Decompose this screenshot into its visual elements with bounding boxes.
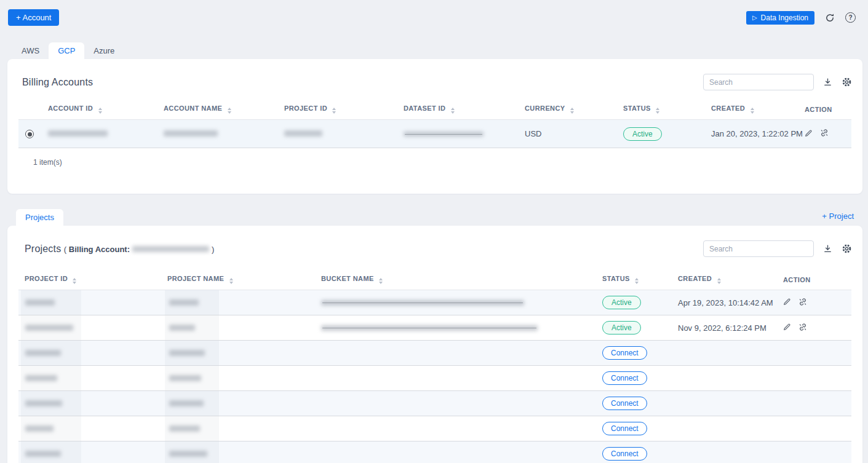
column-header-created[interactable]: CREATED <box>706 99 800 120</box>
redacted-text <box>165 416 219 441</box>
sort-icon[interactable] <box>570 108 574 114</box>
project-row: Connect <box>18 366 851 391</box>
redacted-text <box>165 441 219 463</box>
redacted-text <box>165 366 219 390</box>
tab-projects[interactable]: Projects <box>16 209 63 226</box>
redacted-text <box>21 366 81 390</box>
redacted-text <box>21 290 81 315</box>
billing-header-row: ACCOUNT ID ACCOUNT NAME PROJECT ID DATAS… <box>18 99 851 120</box>
project-row: Connect <box>18 341 851 366</box>
radio-column-header <box>18 99 43 120</box>
created-cell <box>673 366 778 391</box>
column-header-project-id[interactable]: PROJECT ID <box>279 99 399 120</box>
bucket-name-redacted <box>321 300 524 306</box>
sort-icon[interactable] <box>229 278 233 284</box>
status-badge: Active <box>602 296 641 309</box>
tab-azure[interactable]: Azure <box>84 42 124 59</box>
column-header-dataset-id[interactable]: DATASET ID <box>399 99 520 120</box>
connect-button[interactable]: Connect <box>602 397 647 410</box>
created-cell <box>673 416 778 441</box>
billing-accounts-card: Billing Accounts ACCOUNT ID ACCOUNT NAME… <box>7 59 862 194</box>
sort-icon[interactable] <box>73 278 76 284</box>
data-ingestion-button[interactable]: ▷ Data Ingestion <box>746 11 814 25</box>
column-header-account-name[interactable]: ACCOUNT NAME <box>159 99 279 120</box>
settings-gear-icon[interactable] <box>842 243 852 254</box>
tab-aws[interactable]: AWS <box>12 42 49 59</box>
billing-account-row: USD Active Jan 20, 2023, 1:22:02 PM <box>18 120 851 148</box>
sort-icon[interactable] <box>332 108 336 114</box>
refresh-icon[interactable] <box>825 13 835 23</box>
column-header-action: ACTION <box>778 269 851 290</box>
status-badge: Active <box>623 127 662 141</box>
column-header-project-name[interactable]: PROJECT NAME <box>162 269 316 290</box>
column-header-status[interactable]: STATUS <box>618 99 706 120</box>
sort-icon[interactable] <box>98 108 102 114</box>
redacted-text <box>21 441 81 463</box>
column-header-created[interactable]: CREATED <box>673 269 778 290</box>
connect-button[interactable]: Connect <box>602 346 647 360</box>
billing-search-input[interactable] <box>703 74 814 90</box>
connect-button[interactable]: Connect <box>602 371 647 385</box>
row-actions <box>783 323 807 331</box>
add-account-button[interactable]: + Account <box>8 9 59 26</box>
redacted-text <box>165 290 219 315</box>
unlink-icon[interactable] <box>820 129 829 137</box>
top-bar-right: ▷ Data Ingestion ? <box>746 11 856 25</box>
unlink-icon[interactable] <box>798 298 807 306</box>
edit-icon[interactable] <box>783 323 791 331</box>
column-header-account-id[interactable]: ACCOUNT ID <box>43 99 159 120</box>
download-icon[interactable] <box>823 77 832 87</box>
redacted-text <box>21 315 81 340</box>
item-count: 1 item(s) <box>33 158 862 179</box>
edit-icon[interactable] <box>783 298 791 306</box>
project-row: Connect <box>18 391 851 416</box>
projects-search-input[interactable] <box>703 240 814 257</box>
currency-cell: USD <box>520 120 618 148</box>
created-cell: Jan 20, 2023, 1:22:02 PM <box>706 120 800 148</box>
help-icon[interactable]: ? <box>845 12 856 23</box>
projects-table: PROJECT ID PROJECT NAME BUCKET NAME STAT… <box>18 269 851 463</box>
download-icon[interactable] <box>823 244 832 253</box>
projects-heading: Projects ( Billing Account: ) <box>25 243 214 255</box>
created-cell: Apr 19, 2023, 10:14:42 AM <box>673 290 778 315</box>
edit-icon[interactable] <box>805 129 813 137</box>
sort-icon[interactable] <box>656 108 659 114</box>
cloud-tabs: AWS GCP Azure <box>12 42 868 59</box>
connect-button[interactable]: Connect <box>602 447 647 461</box>
billing-account-redacted <box>132 246 209 252</box>
sort-icon[interactable] <box>228 108 231 114</box>
projects-header-row: PROJECT ID PROJECT NAME BUCKET NAME STAT… <box>18 269 851 290</box>
redacted-text <box>165 315 219 340</box>
billing-accounts-table: ACCOUNT ID ACCOUNT NAME PROJECT ID DATAS… <box>18 99 851 148</box>
column-header-project-id[interactable]: PROJECT ID <box>18 269 162 290</box>
connect-button[interactable]: Connect <box>602 422 647 435</box>
row-actions <box>805 129 829 137</box>
sort-icon[interactable] <box>379 278 383 284</box>
dataset-id-redacted <box>399 120 520 148</box>
tab-gcp[interactable]: GCP <box>49 42 84 59</box>
add-project-button[interactable]: + Project <box>822 208 862 226</box>
created-cell <box>673 391 778 416</box>
sort-icon[interactable] <box>717 278 721 284</box>
column-header-action: ACTION <box>800 99 851 120</box>
column-header-currency[interactable]: CURRENCY <box>520 99 618 120</box>
column-header-status[interactable]: STATUS <box>597 269 673 290</box>
projects-tab-bar: Projects + Project <box>16 208 862 226</box>
billing-accounts-title: Billing Accounts <box>22 77 93 88</box>
top-bar: + Account ▷ Data Ingestion ? <box>0 0 868 26</box>
redacted-text <box>21 341 81 365</box>
sort-icon[interactable] <box>751 108 754 114</box>
sort-icon[interactable] <box>451 108 455 114</box>
status-badge: Active <box>602 321 641 334</box>
unlink-icon[interactable] <box>798 323 807 331</box>
bucket-name-redacted <box>321 325 538 331</box>
data-ingestion-label: Data Ingestion <box>761 14 808 22</box>
sort-icon[interactable] <box>635 278 639 284</box>
settings-gear-icon[interactable] <box>842 77 852 87</box>
column-header-bucket-name[interactable]: BUCKET NAME <box>316 269 597 290</box>
project-row: Connect <box>18 441 851 463</box>
account-name-redacted <box>159 120 279 148</box>
row-radio-selected[interactable] <box>25 130 34 138</box>
redacted-text <box>165 391 219 416</box>
redacted-text <box>21 416 81 441</box>
